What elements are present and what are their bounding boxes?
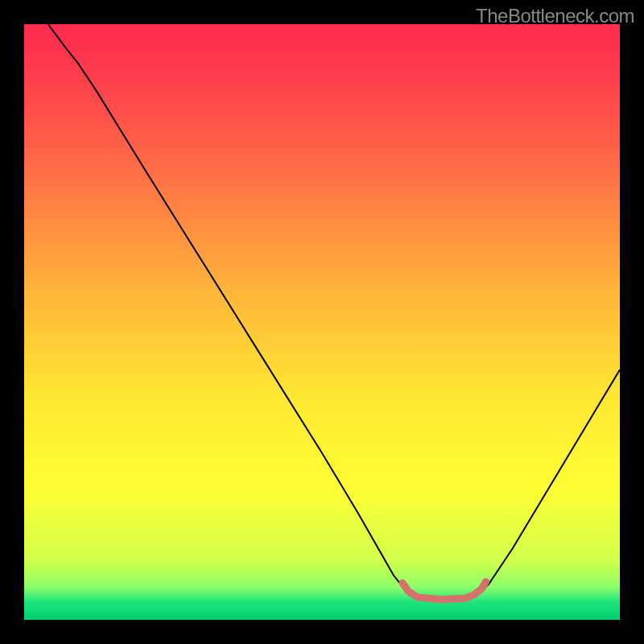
optimum-band bbox=[402, 582, 486, 600]
bottleneck-curve bbox=[48, 24, 620, 600]
watermark-text: TheBottleneck.com bbox=[476, 5, 634, 27]
chart-lines bbox=[24, 24, 620, 620]
plot-area bbox=[24, 24, 620, 620]
